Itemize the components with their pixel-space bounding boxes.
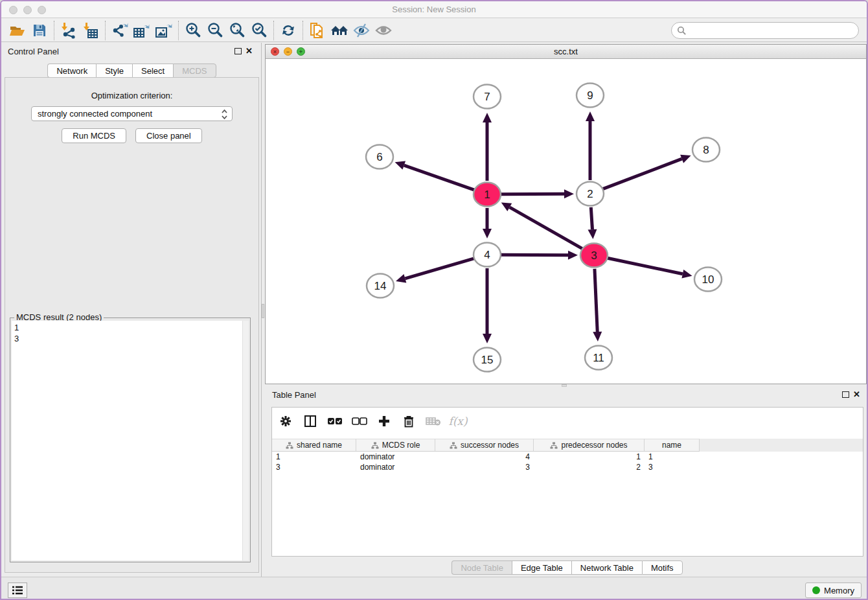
create-column-button[interactable]	[376, 413, 393, 430]
result-scrollbar[interactable]	[242, 321, 249, 560]
mcds-result-text[interactable]: 1 3	[12, 321, 242, 560]
table-row[interactable]: 3dominator323	[272, 462, 863, 472]
tab-motifs[interactable]: Motifs	[642, 560, 683, 575]
import-network-icon	[60, 22, 77, 39]
zoom-out-button[interactable]	[204, 21, 226, 40]
graph-edge-arrowhead	[593, 332, 602, 341]
duplicate-network-button[interactable]	[306, 21, 328, 40]
close-panel-button[interactable]: Close panel	[135, 128, 202, 143]
delete-column-button[interactable]	[400, 413, 417, 430]
graph-edge-2-8[interactable]	[603, 159, 682, 189]
columns-icon	[304, 415, 317, 428]
network-graph-canvas[interactable]: 1234678910111415	[266, 59, 866, 384]
table-cell[interactable]: 3	[272, 462, 356, 472]
control-panel-tabs: Network Style Select MCDS	[1, 63, 262, 78]
graph-edge-arrowhead	[588, 229, 597, 239]
deselect-all-columns-button[interactable]	[351, 413, 368, 430]
tab-mcds[interactable]: MCDS	[173, 63, 216, 78]
column-header-predecessor-nodes[interactable]: predecessor nodes	[534, 439, 645, 452]
float-panel-icon[interactable]	[842, 391, 849, 398]
graph-edge-3-11[interactable]	[595, 269, 597, 332]
open-session-button[interactable]	[6, 21, 29, 40]
table-cell[interactable]: 1	[272, 452, 356, 462]
hide-selected-button[interactable]	[350, 21, 372, 40]
table-cell[interactable]: 1	[534, 452, 645, 462]
control-panel-title: Control Panel	[8, 47, 59, 56]
table-row[interactable]: 1dominator411	[272, 452, 863, 462]
show-all-button[interactable]	[372, 21, 394, 40]
tab-network[interactable]: Network	[47, 63, 96, 78]
houses-icon	[330, 23, 349, 38]
run-mcds-button[interactable]: Run MCDS	[62, 128, 126, 143]
dropdown-value: strongly connected component	[38, 109, 152, 119]
export-table-button[interactable]	[131, 21, 153, 40]
optimization-criterion-select[interactable]: strongly connected component	[31, 106, 233, 121]
eye-icon	[374, 23, 393, 38]
float-panel-icon[interactable]	[234, 48, 242, 54]
import-network-button[interactable]	[58, 21, 80, 40]
tree-icon	[371, 442, 379, 449]
apply-layout-button[interactable]	[277, 21, 299, 40]
graph-node-label: 2	[587, 188, 593, 200]
tab-style[interactable]: Style	[96, 63, 132, 78]
zoom-in-icon	[185, 22, 201, 39]
memory-label: Memory	[824, 586, 854, 595]
tab-edge-table[interactable]: Edge Table	[512, 560, 571, 575]
tab-select[interactable]: Select	[132, 63, 173, 78]
save-session-button[interactable]	[29, 21, 51, 40]
graph-edge-3-1[interactable]	[510, 207, 582, 249]
function-builder-button[interactable]: f(x)	[450, 413, 466, 430]
close-panel-icon[interactable]: ✕	[246, 46, 253, 56]
table-cell[interactable]: 3	[645, 462, 700, 472]
first-neighbors-button[interactable]	[328, 21, 350, 40]
splitter-handle[interactable]	[262, 304, 264, 318]
tab-network-table[interactable]: Network Table	[571, 560, 642, 575]
graph-edge-4-3[interactable]	[501, 255, 568, 255]
graph-edge-4-14[interactable]	[405, 259, 474, 279]
show-column-panel-button[interactable]	[302, 413, 319, 430]
table-cell[interactable]: 3	[435, 462, 534, 472]
window-titlebar: Session: New Session	[1, 1, 867, 18]
column-header-successor-nodes[interactable]: successor nodes	[435, 439, 534, 452]
column-header-shared-name[interactable]: shared name	[272, 439, 356, 452]
graph-edge-2-3[interactable]	[591, 207, 592, 229]
zoom-fit-button[interactable]	[226, 21, 248, 40]
import-table-button[interactable]	[80, 21, 102, 40]
table-panel-title: Table Panel	[272, 390, 316, 400]
tree-icon	[550, 442, 558, 449]
result-line: 1	[14, 322, 240, 333]
graph-edge-1-6[interactable]	[404, 165, 474, 190]
column-header-name[interactable]: name	[645, 439, 700, 452]
vertical-splitter[interactable]	[261, 43, 264, 577]
export-image-button[interactable]	[153, 21, 175, 40]
table-cell[interactable]: dominator	[356, 462, 435, 472]
control-panel-header: Control Panel ✕	[1, 43, 262, 60]
column-label: predecessor nodes	[561, 441, 627, 450]
delete-table-button[interactable]	[425, 413, 442, 430]
close-panel-icon[interactable]: ✕	[853, 389, 860, 399]
graph-node-label: 6	[376, 151, 382, 163]
graph-node-label: 8	[703, 144, 709, 156]
memory-button[interactable]: Memory	[805, 583, 862, 598]
table-cell[interactable]: 1	[645, 452, 700, 462]
table-settings-button[interactable]	[277, 413, 294, 430]
select-all-columns-button[interactable]	[326, 413, 343, 430]
graph-edge-1-2[interactable]	[501, 194, 564, 194]
table-cell[interactable]: 2	[534, 462, 645, 472]
main-toolbar	[1, 19, 867, 42]
search-box[interactable]	[671, 22, 859, 39]
table-cell[interactable]: dominator	[356, 452, 435, 462]
delete-table-icon	[426, 416, 441, 426]
tab-node-table[interactable]: Node Table	[451, 560, 512, 575]
zoom-selected-button[interactable]	[248, 21, 270, 40]
graph-edge-arrowhead	[564, 189, 574, 198]
task-history-button[interactable]	[8, 583, 27, 598]
export-network-button[interactable]	[109, 21, 131, 40]
search-input[interactable]	[690, 26, 858, 36]
graph-edge-3-10[interactable]	[608, 258, 683, 273]
zoom-in-button[interactable]	[182, 21, 204, 40]
graph-node-label: 10	[702, 273, 714, 286]
table-cell[interactable]: 4	[435, 452, 534, 462]
graph-edge-arrowhead	[395, 161, 405, 170]
column-header-MCDS-role[interactable]: MCDS role	[356, 439, 435, 452]
